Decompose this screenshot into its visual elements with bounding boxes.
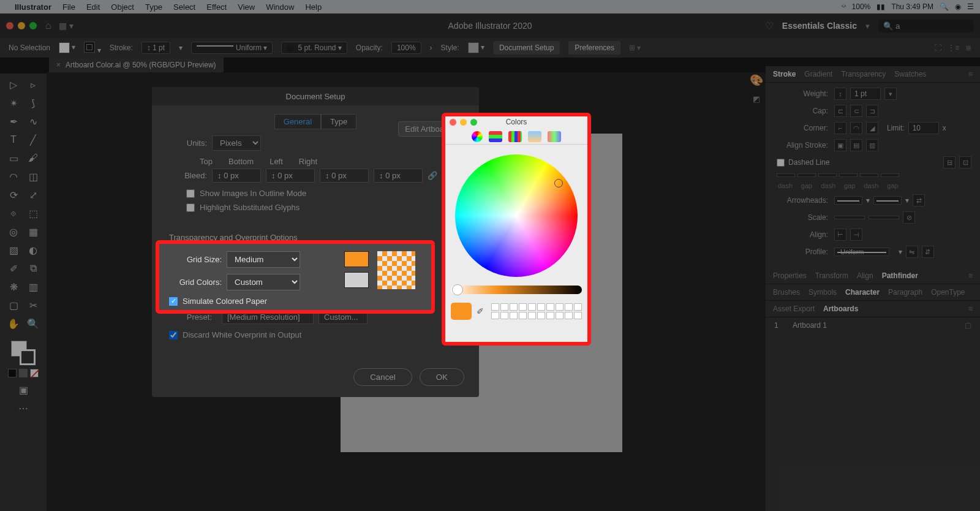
search-input[interactable] (895, 21, 969, 31)
grid-color-2-swatch[interactable] (344, 272, 369, 288)
pencils-mode-icon[interactable] (548, 131, 561, 142)
artboard-list-row[interactable]: 1 Artboard 1 ▢ (766, 317, 980, 333)
slider-thumb[interactable] (452, 284, 463, 295)
hand-tool-icon[interactable]: ✋ (7, 317, 20, 330)
edit-toolbar-icon[interactable]: ⋯ (17, 402, 29, 414)
gap-input[interactable] (797, 173, 816, 177)
tab-brushes[interactable]: Brushes (773, 288, 800, 297)
highlight-glyphs-checkbox[interactable] (186, 203, 195, 212)
rotate-tool-icon[interactable]: ⟳ (7, 189, 20, 201)
chevron-right-icon[interactable]: › (430, 44, 432, 52)
scale-start-input[interactable] (834, 216, 865, 219)
panel-menu-icon[interactable]: ≡ (968, 305, 973, 313)
minimize-icon[interactable] (18, 22, 25, 29)
align-end-icon[interactable]: ⊣ (850, 229, 862, 241)
bleed-bottom-input[interactable]: ↕ 0 px (266, 168, 315, 183)
direct-selection-tool-icon[interactable]: ▹ (27, 78, 39, 91)
wifi-icon[interactable]: ⌔ (842, 2, 846, 11)
more-icon[interactable]: ⋮≡ (948, 44, 959, 52)
menu-type[interactable]: Type (145, 2, 162, 12)
slice-tool-icon[interactable]: ✂ (27, 299, 39, 311)
cap-round-icon[interactable]: ⊂ (850, 105, 862, 117)
chevron-down-icon[interactable]: ▾ (179, 44, 183, 52)
tab-general[interactable]: General (274, 114, 321, 129)
expand-icon[interactable]: ⛶ (934, 44, 941, 52)
custom-button[interactable]: Custom... (318, 310, 368, 324)
color-mode-icon[interactable] (8, 369, 17, 377)
dash-input[interactable] (777, 173, 795, 177)
paintbrush-tool-icon[interactable]: 🖌 (27, 152, 39, 164)
link-bleed-icon[interactable]: 🔗 (428, 171, 437, 180)
panel-menu-icon[interactable]: ≡ (968, 271, 973, 280)
tab-transparency[interactable]: Transparency (841, 70, 886, 78)
align-tip-icon[interactable]: ⊢ (834, 229, 846, 241)
eyedropper-tool-icon[interactable]: ✐ (7, 262, 20, 274)
spotlight-icon[interactable]: 🔍 (940, 2, 949, 11)
search-field[interactable]: 🔍 (878, 20, 974, 32)
chevron-down-icon[interactable]: ▾ (865, 21, 870, 31)
dash-align-1-icon[interactable]: ⊟ (943, 156, 956, 168)
stroke-swatch[interactable] (84, 42, 95, 53)
panel-menu-icon[interactable]: ≡ (968, 70, 973, 78)
menu-select[interactable]: Select (173, 2, 195, 12)
eraser-tool-icon[interactable]: ◫ (27, 170, 39, 183)
tab-artboards[interactable]: Artboards (823, 305, 858, 313)
shaper-tool-icon[interactable]: ◠ (7, 170, 20, 183)
stroke-profile-select[interactable]: Uniform ▾ (191, 42, 273, 54)
fill-swatch[interactable] (59, 42, 70, 53)
tab-asset-export[interactable]: Asset Export (773, 305, 815, 313)
app-menu[interactable]: Illustrator (15, 2, 51, 12)
document-setup-button[interactable]: Document Setup (493, 41, 560, 55)
line-tool-icon[interactable]: ╱ (27, 134, 39, 146)
swap-arrows-icon[interactable]: ⇄ (913, 194, 925, 206)
menu-file[interactable]: File (62, 2, 75, 12)
simulate-paper-checkbox[interactable]: ✓ (169, 297, 178, 306)
bleed-right-input[interactable]: ↕ 0 px (374, 168, 423, 183)
scale-end-input[interactable] (869, 216, 899, 219)
close-icon[interactable] (6, 22, 13, 29)
align-inside-icon[interactable]: ▤ (850, 139, 862, 151)
gradient-tool-icon[interactable]: ◐ (27, 244, 39, 256)
menu-effect[interactable]: Effect (206, 2, 227, 12)
arrow-end-select[interactable] (873, 196, 902, 205)
window-traffic-lights[interactable] (6, 22, 37, 29)
artboard-tool-icon[interactable]: ▢ (7, 299, 20, 311)
close-icon[interactable] (450, 119, 456, 126)
scale-tool-icon[interactable]: ⤢ (27, 189, 39, 201)
shape-builder-tool-icon[interactable]: ◎ (7, 225, 20, 238)
zoom-icon[interactable] (470, 119, 477, 126)
dash-align-2-icon[interactable]: ⊡ (959, 156, 971, 168)
blend-tool-icon[interactable]: ⧉ (27, 262, 39, 274)
menu-help[interactable]: Help (305, 2, 322, 12)
flip-vert-icon[interactable]: ⇵ (922, 246, 934, 258)
document-tab[interactable]: × Artboard Color.ai @ 50% (RGB/GPU Previ… (49, 58, 224, 72)
corner-miter-icon[interactable]: ⌐ (834, 122, 846, 134)
gap-input-2[interactable] (839, 173, 858, 177)
width-tool-icon[interactable]: ⟐ (7, 207, 20, 219)
curvature-tool-icon[interactable]: ∿ (27, 115, 39, 127)
tab-gradient[interactable]: Gradient (804, 70, 832, 78)
chevron-down-icon[interactable]: ▾ (905, 196, 909, 205)
bleed-top-input[interactable]: ↕ 0 px (212, 168, 261, 183)
arrow-start-select[interactable] (834, 196, 862, 205)
menu-view[interactable]: View (238, 2, 255, 12)
align-outside-icon[interactable]: ▥ (866, 139, 878, 151)
tab-properties[interactable]: Properties (773, 271, 807, 280)
color-wells[interactable] (491, 303, 582, 319)
fill-stroke-swatches[interactable] (11, 341, 36, 365)
siri-icon[interactable]: ◉ (955, 2, 961, 11)
eyedropper-icon[interactable]: ✐ (477, 306, 486, 316)
screen-mode-icon[interactable]: ▣ (17, 384, 29, 396)
workspace-menu[interactable]: Essentials Classic (782, 21, 857, 31)
close-tab-icon[interactable]: × (56, 61, 61, 69)
tab-symbols[interactable]: Symbols (809, 288, 837, 297)
mesh-tool-icon[interactable]: ▧ (7, 244, 20, 256)
preset-select[interactable]: [Medium Resolution] (222, 310, 314, 324)
color-panel-icon[interactable]: 🎨 (750, 74, 763, 87)
opacity-input[interactable]: 100% (391, 42, 421, 54)
bleed-left-input[interactable]: ↕ 0 px (320, 168, 369, 183)
link-scale-icon[interactable]: ⊘ (903, 211, 915, 224)
zoom-icon[interactable] (29, 22, 37, 29)
dashed-line-checkbox[interactable] (777, 159, 785, 167)
free-transform-tool-icon[interactable]: ⬚ (27, 207, 39, 219)
